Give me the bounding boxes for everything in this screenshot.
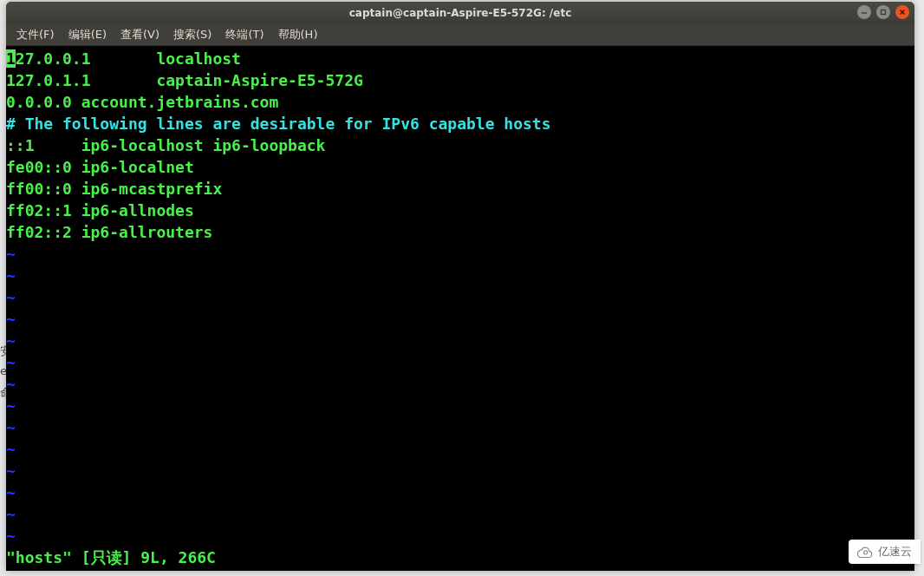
menu-file[interactable]: 文件(F) xyxy=(10,24,62,45)
file-line-8: ff02::1 ip6-allnodes xyxy=(6,200,914,221)
menu-help[interactable]: 帮助(H) xyxy=(271,24,325,45)
maximize-button[interactable] xyxy=(876,5,890,19)
empty-line-tilde: ~ xyxy=(6,351,914,373)
empty-line-tilde: ~ xyxy=(6,395,914,416)
file-line-1: 127.0.0.1 localhost xyxy=(6,48,914,69)
file-line-6: fe00::0 ip6-localnet xyxy=(6,156,914,178)
terminal-area[interactable]: 127.0.0.1 localhost 127.0.1.1 captain-As… xyxy=(6,46,914,571)
line-text: 27.0.0.1 localhost xyxy=(16,49,241,68)
window-title: captain@captain-Aspire-E5-572G: /etc xyxy=(349,7,572,19)
file-line-2: 127.0.1.1 captain-Aspire-E5-572G xyxy=(6,69,914,91)
empty-line-tilde: ~ xyxy=(6,416,914,438)
empty-line-tilde: ~ xyxy=(6,481,914,503)
empty-line-tilde: ~ xyxy=(6,286,914,308)
empty-line-tilde: ~ xyxy=(6,503,914,525)
svg-rect-1 xyxy=(882,10,886,15)
watermark: 亿速云 xyxy=(849,540,921,564)
file-line-5: ::1 ip6-localhost ip6-loopback xyxy=(6,134,914,156)
cloud-icon xyxy=(856,546,873,558)
file-line-4-comment: # The following lines are desirable for … xyxy=(6,113,914,134)
titlebar: captain@captain-Aspire-E5-572G: /etc xyxy=(6,2,914,24)
file-line-7: ff00::0 ip6-mcastprefix xyxy=(6,178,914,200)
watermark-text: 亿速云 xyxy=(878,544,912,560)
menu-view[interactable]: 查看(V) xyxy=(114,24,166,45)
empty-line-tilde: ~ xyxy=(6,243,914,265)
empty-line-tilde: ~ xyxy=(6,460,914,481)
file-line-3: 0.0.0.0 account.jetbrains.com xyxy=(6,91,914,113)
menu-terminal[interactable]: 终端(T) xyxy=(218,24,270,45)
file-line-9: ff02::2 ip6-allrouters xyxy=(6,221,914,243)
minimize-button[interactable] xyxy=(857,5,871,19)
empty-line-tilde: ~ xyxy=(6,330,914,351)
svg-point-4 xyxy=(864,551,868,554)
minimize-icon xyxy=(861,9,868,16)
empty-line-tilde: ~ xyxy=(6,525,914,547)
terminal-window: captain@captain-Aspire-E5-572G: /etc 文件(… xyxy=(6,2,914,571)
empty-line-tilde: ~ xyxy=(6,373,914,395)
maximize-icon xyxy=(880,9,887,16)
menu-search[interactable]: 搜索(S) xyxy=(166,24,218,45)
close-icon xyxy=(899,9,906,16)
empty-line-tilde: ~ xyxy=(6,265,914,286)
empty-line-tilde: ~ xyxy=(6,308,914,330)
empty-line-tilde: ~ xyxy=(6,438,914,460)
menu-edit[interactable]: 编辑(E) xyxy=(62,24,114,45)
window-controls xyxy=(857,5,909,19)
vim-status-line: "hosts" [只读] 9L, 266C xyxy=(6,547,216,568)
cursor: 1 xyxy=(6,49,16,68)
menubar: 文件(F) 编辑(E) 查看(V) 搜索(S) 终端(T) 帮助(H) xyxy=(6,24,914,46)
close-button[interactable] xyxy=(895,5,909,19)
